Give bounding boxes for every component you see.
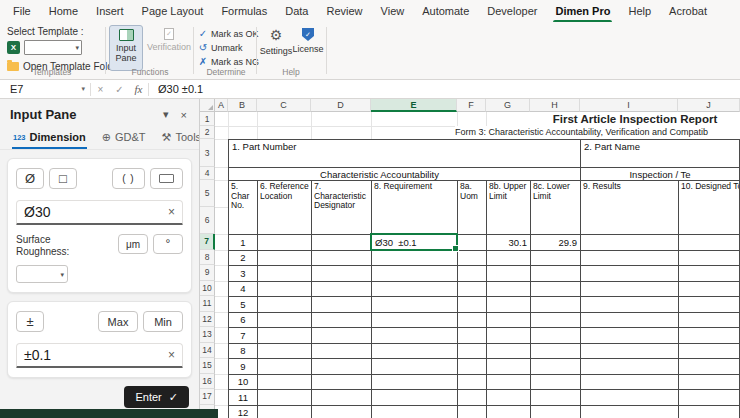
chevron-down-icon[interactable]: ▾ xyxy=(81,85,85,93)
cell-lower-limit[interactable] xyxy=(531,313,581,329)
cell-char-no[interactable]: 8 xyxy=(229,344,258,360)
menu-tab-review[interactable]: Review xyxy=(317,0,371,22)
cell-results[interactable] xyxy=(581,344,679,360)
row-header-4[interactable]: 4 xyxy=(200,167,215,180)
cell-reference-location[interactable] xyxy=(258,251,312,267)
row-header-16[interactable]: 16 xyxy=(200,374,215,390)
cell-uom[interactable] xyxy=(458,375,487,391)
cell-characteristic-designator[interactable] xyxy=(312,359,372,375)
cell-upper-limit[interactable] xyxy=(487,328,531,344)
formula-value[interactable]: Ø30 ±0.1 xyxy=(149,83,203,95)
cell-lower-limit[interactable] xyxy=(531,390,581,406)
cell-designed-tooling[interactable] xyxy=(679,406,740,418)
cell-requirement[interactable] xyxy=(372,406,458,418)
confirm-icon[interactable]: ✓ xyxy=(110,84,129,95)
cell-requirement[interactable]: Ø30 ±0.1 xyxy=(372,235,458,251)
row-header-10[interactable]: 10 xyxy=(200,281,215,297)
cell-reference-location[interactable] xyxy=(258,406,312,418)
cell-upper-limit[interactable] xyxy=(487,406,531,418)
cell-uom[interactable] xyxy=(458,313,487,329)
header-designed-tooling[interactable]: 10. Designed To xyxy=(679,181,740,235)
cell-upper-limit[interactable] xyxy=(487,375,531,391)
cell-lower-limit[interactable] xyxy=(531,344,581,360)
cell-char-no[interactable]: 7 xyxy=(229,328,258,344)
max-button[interactable]: Max xyxy=(98,311,138,332)
unmark-button[interactable]: ↺ Unmark xyxy=(198,41,243,54)
header-lower-limit[interactable]: 8c. Lower Limit xyxy=(531,181,581,235)
part-name-cell[interactable]: 2. Part Name xyxy=(581,140,740,168)
column-header-E[interactable]: E xyxy=(371,99,457,112)
column-header-F[interactable]: F xyxy=(457,99,486,112)
cell-designed-tooling[interactable] xyxy=(679,266,740,282)
cell-upper-limit[interactable] xyxy=(487,313,531,329)
cell-requirement[interactable] xyxy=(372,282,458,298)
cell-results[interactable] xyxy=(581,282,679,298)
cell-reference-location[interactable] xyxy=(258,313,312,329)
column-header-C[interactable]: C xyxy=(257,99,311,112)
cell-results[interactable] xyxy=(581,406,679,418)
cell-characteristic-designator[interactable] xyxy=(312,328,372,344)
cell-characteristic-designator[interactable] xyxy=(312,344,372,360)
cell-results[interactable] xyxy=(581,235,679,251)
cell-upper-limit[interactable] xyxy=(487,390,531,406)
cell-results[interactable] xyxy=(581,266,679,282)
cell-char-no[interactable]: 5 xyxy=(229,297,258,313)
cell-lower-limit[interactable] xyxy=(531,359,581,375)
menu-tab-acrobat[interactable]: Acrobat xyxy=(660,0,716,22)
cell-characteristic-designator[interactable] xyxy=(312,390,372,406)
cell-designed-tooling[interactable] xyxy=(679,328,740,344)
cell-upper-limit[interactable] xyxy=(487,344,531,360)
cell-upper-limit[interactable] xyxy=(487,266,531,282)
tolerance-input[interactable]: ±0.1 × xyxy=(16,343,183,368)
template-select[interactable]: ▾ xyxy=(24,40,82,55)
row-header-3[interactable]: 3 xyxy=(200,139,215,167)
insert-function-icon[interactable]: fx xyxy=(129,83,148,95)
menu-tab-page-layout[interactable]: Page Layout xyxy=(133,0,213,22)
cell-requirement[interactable] xyxy=(372,266,458,282)
mark-as-ok-button[interactable]: ✓ Mark as OK xyxy=(198,27,259,40)
cell-lower-limit[interactable] xyxy=(531,282,581,298)
name-box[interactable]: E7 ▾ xyxy=(0,80,90,98)
menu-tab-automate[interactable]: Automate xyxy=(413,0,478,22)
cell-characteristic-designator[interactable] xyxy=(312,375,372,391)
cell-reference-location[interactable] xyxy=(258,344,312,360)
row-header-7[interactable]: 7 xyxy=(200,234,215,250)
micrometer-button[interactable]: μm xyxy=(118,234,148,254)
cell-characteristic-designator[interactable] xyxy=(312,297,372,313)
cell-results[interactable] xyxy=(581,328,679,344)
row-header-15[interactable]: 15 xyxy=(200,358,215,374)
settings-button[interactable]: ⚙ Settings xyxy=(260,26,292,56)
cell-char-no[interactable]: 12 xyxy=(229,406,258,418)
rectangle-frame-button[interactable] xyxy=(150,168,183,189)
row-header-12[interactable]: 12 xyxy=(200,312,215,328)
row-header-8[interactable]: 8 xyxy=(200,250,215,266)
cell-designed-tooling[interactable] xyxy=(679,313,740,329)
cell-lower-limit[interactable]: 29.9 xyxy=(531,235,581,251)
cell-reference-location[interactable] xyxy=(258,328,312,344)
cell-upper-limit[interactable] xyxy=(487,359,531,375)
cell-designed-tooling[interactable] xyxy=(679,297,740,313)
menu-tab-file[interactable]: File xyxy=(4,0,40,22)
cell-requirement[interactable] xyxy=(372,375,458,391)
row-header-11[interactable]: 11 xyxy=(200,296,215,312)
row-header-17[interactable]: 17 xyxy=(200,389,215,405)
close-icon[interactable]: × xyxy=(181,109,187,121)
cell-designed-tooling[interactable] xyxy=(679,390,740,406)
cell-results[interactable] xyxy=(581,390,679,406)
cell-designed-tooling[interactable] xyxy=(679,251,740,267)
clear-icon[interactable]: × xyxy=(168,205,175,219)
row-header-13[interactable]: 13 xyxy=(200,327,215,343)
surface-roughness-select[interactable]: ▾ xyxy=(16,265,68,283)
cell-lower-limit[interactable] xyxy=(531,375,581,391)
column-header-D[interactable]: D xyxy=(311,99,371,112)
cell-upper-limit[interactable] xyxy=(487,282,531,298)
cell-uom[interactable] xyxy=(458,282,487,298)
chevron-down-icon[interactable]: ▾ xyxy=(163,108,169,121)
cell-uom[interactable] xyxy=(458,344,487,360)
menu-tab-dimen-pro[interactable]: Dimen Pro xyxy=(546,0,619,22)
cell-reference-location[interactable] xyxy=(258,266,312,282)
cell-requirement[interactable] xyxy=(372,344,458,360)
cell-designed-tooling[interactable] xyxy=(679,282,740,298)
column-header-J[interactable]: J xyxy=(678,99,740,112)
cell-results[interactable] xyxy=(581,251,679,267)
